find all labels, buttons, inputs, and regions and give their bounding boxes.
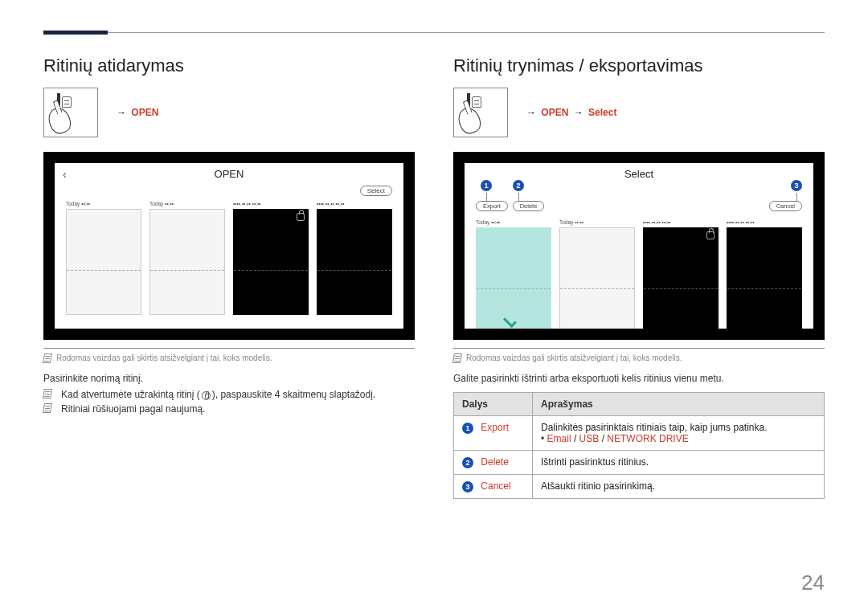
callout-1: 1	[481, 180, 492, 191]
arrow-icon: →	[526, 107, 536, 118]
page-number: 24	[801, 570, 825, 595]
bullet-text: ), paspauskite 4 skaitmenų slaptažodį.	[212, 389, 375, 400]
select-screen: Select 1 2 3 Export Delete Cancel	[453, 152, 825, 340]
note-icon	[43, 389, 52, 398]
roll-item[interactable]: ••••.••.•• ••:••	[233, 201, 309, 315]
callout-2: 2	[513, 180, 524, 191]
delete-button[interactable]: Delete	[513, 201, 545, 211]
parts-table: Dalys Aprašymas 1 Export Dalinkitės pasi…	[453, 392, 825, 499]
touch-open-icon	[453, 88, 508, 137]
path-open: OPEN	[131, 107, 158, 118]
path-select: Select	[588, 107, 616, 118]
row-desc: Atšaukti ritinio pasirinkimą.	[533, 475, 825, 499]
roll-label: ••••.••.•• ••:••	[317, 201, 392, 209]
roll-item[interactable]: Today ••:••	[476, 219, 551, 329]
path-open: OPEN	[541, 107, 568, 118]
th-parts: Dalys	[454, 393, 533, 416]
lock-icon	[297, 213, 305, 221]
opt-net: NETWORK DRIVE	[607, 433, 688, 444]
sep: /	[571, 433, 579, 444]
row-label: Delete	[481, 456, 509, 468]
lock-icon	[202, 391, 211, 400]
roll-item[interactable]: ••••.••.•• ••:••	[643, 219, 719, 329]
roll-label: ••••.••.•• ••:••	[233, 201, 309, 209]
left-image-note: Rodomas vaizdas gali skirtis atsižvelgia…	[43, 353, 415, 363]
divider	[453, 348, 825, 349]
note-icon	[43, 353, 52, 363]
roll-label: Today ••:••	[149, 201, 225, 209]
right-column: Ritinių trynimas / eksportavimas → OPEN …	[453, 55, 825, 499]
export-button[interactable]: Export	[476, 201, 508, 211]
divider	[43, 348, 415, 349]
right-title: Ritinių trynimas / eksportavimas	[453, 55, 825, 76]
left-path: → OPEN	[114, 107, 158, 118]
right-path: → OPEN → Select	[524, 107, 616, 118]
roll-item[interactable]: ••••.••.•• ••:••	[727, 219, 802, 329]
note-text: Rodomas vaizdas gali skirtis atsižvelgia…	[466, 353, 682, 362]
cancel-button[interactable]: Cancel	[769, 201, 802, 211]
lock-icon	[706, 231, 714, 239]
note-icon	[452, 353, 462, 363]
right-body: Galite pasirinkti ištrinti arba eksportu…	[453, 373, 825, 384]
row-desc: Ištrinti pasirinktus ritinius.	[533, 451, 825, 475]
opt-usb: USB	[579, 433, 600, 444]
bullet-text: Ritiniai rūšiuojami pagal naujumą.	[61, 403, 205, 415]
note-icon	[43, 403, 52, 413]
right-image-note: Rodomas vaizdas gali skirtis atsižvelgia…	[453, 353, 825, 363]
select-screen-title: Select	[465, 163, 813, 182]
row-label: Export	[481, 422, 509, 433]
table-row: 1 Export Dalinkitės pasirinktais ritinia…	[454, 416, 825, 451]
open-screen: ‹ OPEN Select Today ••:•• Today ••:••	[43, 152, 415, 340]
roll-label: Today ••:••	[66, 201, 141, 209]
row-num: 1	[462, 423, 473, 434]
table-row: 3 Cancel Atšaukti ritinio pasirinkimą.	[454, 475, 825, 499]
roll-item[interactable]: Today ••:••	[149, 201, 225, 315]
arrow-icon: →	[574, 107, 583, 118]
roll-label: ••••.••.•• ••:••	[643, 219, 719, 227]
row-num: 3	[462, 481, 473, 492]
roll-label: Today ••:••	[559, 219, 635, 227]
roll-item[interactable]: ••••.••.•• ••:••	[317, 201, 392, 315]
callout-3: 3	[791, 180, 802, 191]
row-num: 2	[462, 457, 473, 468]
opt-email: Email	[547, 433, 571, 444]
left-bullet-1: Kad atvertumėte užrakintą ritinį (), pas…	[43, 389, 415, 400]
roll-label: Today ••:••	[476, 219, 551, 227]
touch-open-icon	[43, 88, 98, 137]
sep: /	[599, 433, 607, 444]
roll-label: ••••.••.•• ••:••	[727, 219, 802, 227]
left-body: Pasirinkite norimą ritinį.	[43, 373, 415, 384]
row-desc: Dalinkitės pasirinktais ritiniais taip, …	[541, 422, 816, 433]
th-desc: Aprašymas	[533, 393, 825, 416]
table-row: 2 Delete Ištrinti pasirinktus ritinius.	[454, 451, 825, 475]
left-column: Ritinių atidarymas → OPEN ‹ OPEN Select	[43, 55, 415, 499]
export-options: Email / USB / NETWORK DRIVE	[541, 433, 816, 444]
left-title: Ritinių atidarymas	[43, 55, 415, 76]
left-bullet-2: Ritiniai rūšiuojami pagal naujumą.	[43, 403, 415, 415]
arrow-icon: →	[117, 107, 126, 118]
select-button[interactable]: Select	[360, 186, 392, 196]
roll-item[interactable]: Today ••:••	[66, 201, 141, 315]
bullet-text: Kad atvertumėte užrakintą ritinį (	[61, 389, 200, 400]
roll-item[interactable]: Today ••:••	[559, 219, 635, 329]
note-text: Rodomas vaizdas gali skirtis atsižvelgia…	[56, 353, 272, 362]
check-icon	[503, 312, 524, 325]
open-screen-title: OPEN	[55, 163, 403, 182]
row-label: Cancel	[481, 480, 510, 492]
header-rule	[43, 32, 825, 33]
